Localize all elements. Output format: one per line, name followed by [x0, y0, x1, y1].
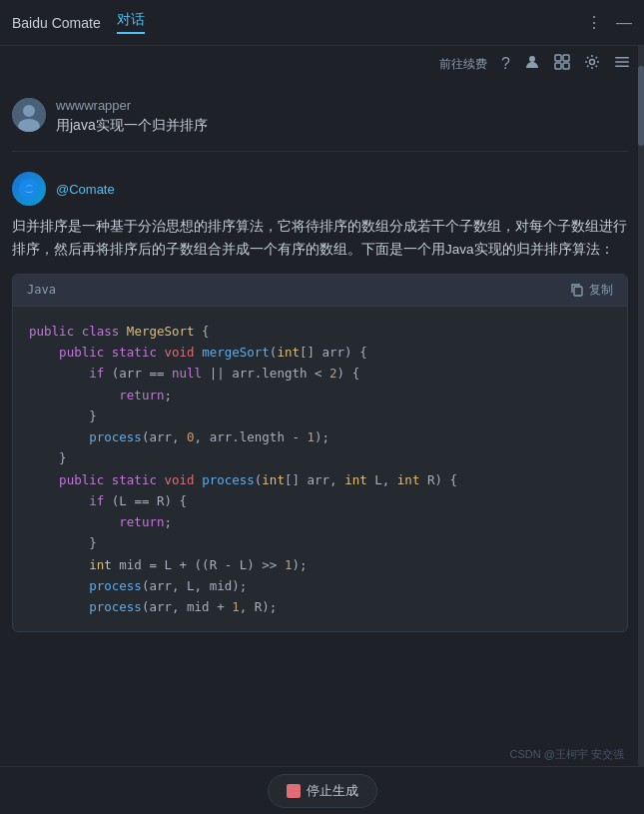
comate-name: @Comate: [56, 182, 115, 197]
svg-rect-8: [615, 66, 629, 68]
header-icons: ⋮ —: [586, 13, 632, 32]
code-content: public class MergeSort { public static v…: [13, 307, 627, 632]
user-message: wwwwrapper 用java实现一个归并排序: [12, 82, 628, 143]
comate-avatar: [12, 172, 46, 206]
code-header: Java 复制: [13, 275, 627, 307]
copy-button[interactable]: 复制: [570, 282, 613, 299]
svg-point-0: [529, 56, 535, 62]
ellipsis-icon[interactable]: ⋮: [586, 13, 602, 32]
bottom-bar: 停止生成: [0, 766, 644, 814]
svg-rect-4: [563, 63, 569, 69]
svg-point-10: [23, 105, 35, 117]
user-avatar: [12, 98, 46, 132]
minus-icon[interactable]: —: [616, 14, 632, 32]
username: wwwwrapper: [56, 98, 208, 113]
svg-point-5: [590, 60, 595, 65]
scrollbar-thumb[interactable]: [638, 66, 644, 146]
stop-icon: [287, 784, 301, 798]
toolbar: 前往续费 ?: [0, 46, 644, 82]
divider: [12, 151, 628, 152]
svg-rect-1: [555, 55, 561, 61]
person-icon[interactable]: [524, 54, 540, 74]
svg-rect-7: [615, 61, 629, 63]
stop-button[interactable]: 停止生成: [268, 774, 377, 808]
comate-header: @Comate: [12, 172, 628, 206]
code-block: Java 复制 public class MergeSort { public …: [12, 274, 628, 633]
svg-rect-2: [563, 55, 569, 61]
stop-label: 停止生成: [307, 782, 358, 800]
app-title: Baidu Comate: [12, 15, 101, 31]
settings-icon[interactable]: [584, 54, 600, 74]
watermark: CSDN @王柯宇 安交强: [510, 747, 624, 762]
comate-description: 归并排序是一种基于分治思想的排序算法，它将待排序的数组分成若干个子数组，对每个子…: [12, 216, 628, 262]
user-message-text: 用java实现一个归并排序: [56, 117, 208, 135]
app-header: Baidu Comate 对话 ⋮ —: [0, 0, 644, 46]
menu-icon[interactable]: [614, 54, 630, 74]
main-content: wwwwrapper 用java实现一个归并排序 @Comate 归并排序是一种…: [0, 82, 644, 812]
tab-dialog[interactable]: 对话: [117, 11, 145, 34]
scrollbar[interactable]: [638, 46, 644, 814]
goto-btn[interactable]: 前往续费: [439, 56, 487, 73]
svg-rect-3: [555, 63, 561, 69]
svg-rect-6: [615, 57, 629, 59]
user-content: wwwwrapper 用java实现一个归并排序: [56, 98, 208, 135]
copy-label: 复制: [589, 282, 613, 299]
question-icon[interactable]: ?: [501, 55, 510, 73]
svg-rect-12: [574, 287, 582, 296]
comate-message: @Comate 归并排序是一种基于分治思想的排序算法，它将待排序的数组分成若干个…: [12, 160, 628, 648]
layout-icon[interactable]: [554, 54, 570, 74]
code-language: Java: [27, 283, 56, 297]
